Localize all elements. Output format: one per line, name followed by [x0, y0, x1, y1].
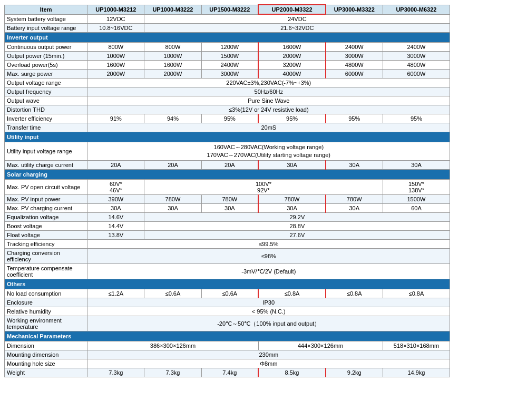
- table-row: Inverter efficiency 91% 94% 95% 95% 95% …: [5, 114, 523, 123]
- table-row: System battery voltage 12VDC 24VDC: [5, 14, 523, 24]
- table-row: Working environment temperature -20℃～50℃…: [5, 316, 523, 331]
- table-row: Max. PV charging current 30A 30A 30A 30A…: [5, 204, 523, 213]
- table-row: Max. utility charge current 20A 20A 20A …: [5, 161, 523, 170]
- table-row: Max. PV input power 390W 780W 780W 780W …: [5, 195, 523, 204]
- table-row: Enclosure IP30: [5, 298, 523, 307]
- spec-table: Item UP1000-M3212 UP1000-M3222 UP1500-M3…: [4, 4, 523, 377]
- table-row: Weight 7.3kg 7.3kg 7.4kg 8.5kg 9.2kg 14.…: [5, 368, 523, 377]
- section-inverter-output: Inverter output: [5, 33, 523, 43]
- table-row: Float voltage 13.8V 27.6V: [5, 231, 523, 240]
- section-others: Others: [5, 279, 523, 289]
- table-row: Overload power(5s) 1600W 1600W 2400W 320…: [5, 61, 523, 70]
- table-row: Continuous output power 800W 800W 1200W …: [5, 43, 523, 52]
- header-up1500-m3222: UP1500-M3222: [201, 5, 258, 14]
- table-row: Output wave Pure Sine Wave: [5, 96, 523, 105]
- table-row: Transfer time 20mS: [5, 123, 523, 132]
- section-solar-charging: Solar charging: [5, 170, 523, 180]
- header-up3000-m3322: UP3000-M3322: [326, 5, 383, 14]
- table-row: Tracking efficiency ≤99.5%: [5, 240, 523, 249]
- table-row: Utility input voltage range 160VAC～280VA…: [5, 142, 523, 161]
- header-up2000-m3322: UP2000-M3322: [258, 5, 326, 14]
- table-row: Charging conversion efficiency ≤98%: [5, 249, 523, 264]
- section-utility-input: Utility input: [5, 132, 523, 142]
- section-mechanical: Mechanical Parameters: [5, 331, 523, 341]
- header-item: Item: [5, 5, 87, 14]
- table-row: Max. surge power 2000W 2000W 3000W 4000W…: [5, 70, 523, 79]
- table-row: Dimension 386×300×126mm 444×300×126mm 51…: [5, 341, 523, 350]
- table-row: Relative humidity < 95% (N.C.): [5, 307, 523, 316]
- table-row: Mounting dimension 230mm: [5, 350, 523, 359]
- table-row: No load consumption ≤1.2A ≤0.6A ≤0.6A ≤0…: [5, 289, 523, 298]
- table-row: Equalization voltage 14.6V 29.2V: [5, 213, 523, 222]
- table-row: Boost voltage 14.4V 28.8V: [5, 222, 523, 231]
- table-row: Temperature compensate coefficient -3mV/…: [5, 264, 523, 279]
- table-row: Mounting hole size Φ8mm: [5, 359, 523, 368]
- header-up1000-m3212: UP1000-M3212: [87, 5, 144, 14]
- table-row: Output power (15min.) 1000W 1000W 1500W …: [5, 52, 523, 61]
- table-row: Output voltage range 220VAC±3%,230VAC(-7…: [5, 79, 523, 87]
- header-up1000-m3222: UP1000-M3222: [144, 5, 201, 14]
- header-up3000-m6322: UP3000-M6322: [383, 5, 450, 14]
- table-row: Battery input voltage range 10.8~16VDC 2…: [5, 24, 523, 33]
- table-row: Distortion THD ≤3%(12V or 24V resistive …: [5, 105, 523, 114]
- table-row: Output frequency 50Hz/60Hz: [5, 87, 523, 96]
- table-row: Max. PV open circuit voltage 60V*46V* 10…: [5, 180, 523, 195]
